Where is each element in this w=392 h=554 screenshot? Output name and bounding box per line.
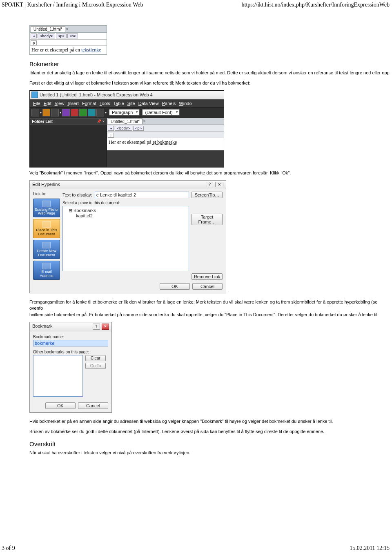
toolbar-btn[interactable]: [88, 109, 96, 116]
paragraph-dropdown[interactable]: Paragraph: [109, 109, 140, 116]
text-to-display-input[interactable]: e Lenke til kapittel 2: [95, 192, 189, 198]
menu-format[interactable]: Format: [82, 101, 96, 106]
crumb-body[interactable]: <body>: [38, 34, 55, 38]
goto-button[interactable]: Go To: [85, 363, 106, 369]
ok-button[interactable]: OK: [160, 283, 190, 290]
bookmark-name-label: Bookmark name:: [33, 335, 108, 339]
toolbar: ▾ ▾ ▾ Paragraph (Default Font): [30, 107, 224, 118]
menu-view[interactable]: View: [55, 101, 65, 106]
toolbar-btn[interactable]: [96, 109, 104, 116]
cancel-button[interactable]: Cancel: [192, 283, 223, 290]
panel-pin-icon[interactable]: 📌 ×: [97, 119, 105, 124]
timestamp: 15.02.2011 12:15: [350, 545, 390, 552]
menu-site[interactable]: Site: [127, 101, 135, 106]
para-insert-bookmark: Velg "Bookmark" i menyen "Insert". Oppgi…: [29, 170, 392, 176]
para-1: Iblant er det ønskelig å lage en lenke t…: [29, 70, 392, 76]
dialog-title: Edit Hyperlink: [32, 182, 60, 187]
menu-panels[interactable]: Panels: [162, 101, 176, 106]
toolbar-btn[interactable]: [79, 109, 87, 116]
menu-window[interactable]: Windo: [179, 101, 192, 106]
clear-button[interactable]: Clear: [85, 355, 106, 361]
editor-tab[interactable]: Untitled_1.html*: [108, 118, 143, 124]
cancel-button[interactable]: Cancel: [78, 402, 108, 409]
close-icon[interactable]: ×: [143, 119, 146, 123]
menu-tools[interactable]: Tools: [100, 101, 110, 106]
fig1-text: Her er et eksempel på en: [31, 47, 81, 53]
menu-dataview[interactable]: Data View: [138, 101, 159, 106]
tree-item[interactable]: kapittel2: [76, 213, 186, 218]
side-create-new[interactable]: Create New Document: [33, 240, 60, 259]
crumb-p[interactable]: <p>: [56, 34, 67, 38]
toolbar-btn[interactable]: [42, 109, 50, 116]
fig-edit-hyperlink-dialog: Edit Hyperlink ? ✕ Link to: Existing Fil…: [29, 180, 226, 293]
crumb-arrow[interactable]: ◂: [108, 126, 114, 131]
tree-root-bookmarks[interactable]: ⊟ Bookmarks: [69, 208, 186, 213]
menu-edit[interactable]: Edit: [44, 101, 51, 106]
folder-list-label: Folder List: [32, 119, 53, 124]
close-icon[interactable]: ✕: [102, 324, 109, 330]
bookmark-name-input[interactable]: bokmerke: [33, 340, 108, 346]
crumb-a[interactable]: <a>: [67, 34, 78, 38]
app-icon: [31, 92, 38, 98]
side-place-in-doc[interactable]: Place in This Document: [33, 219, 60, 238]
heading-bokmerker: Bokmerker: [29, 60, 392, 67]
para-bookmark-other-page: Hvis bokmerket er på en annen side angir…: [29, 418, 392, 424]
close-icon[interactable]: ✕: [215, 182, 223, 187]
ok-button[interactable]: OK: [45, 402, 76, 409]
page-indicator: 3 of 9: [2, 545, 15, 552]
toolbar-btn[interactable]: [51, 109, 59, 116]
new-doc-icon: [42, 242, 51, 248]
menu-table[interactable]: Table: [113, 101, 124, 106]
anchor-icon: [42, 221, 51, 228]
remove-link-button[interactable]: Remove Link: [192, 273, 223, 280]
app-title: Untitled 1 (Untitled_1.html) - Microsoft…: [40, 92, 153, 97]
p-indicator: p: [31, 40, 37, 45]
fig-bookmark-dialog: Bookmark ? ✕ Bookmark name: bokmerke Oth…: [29, 322, 112, 413]
fig-editor-snippet: Untitled_1.html* × ◂ <body> <p> <a> p He…: [29, 25, 107, 55]
toolbar-btn[interactable]: [62, 109, 70, 116]
select-place-label: Select a place in this document:: [62, 201, 189, 205]
heading-overskrift: Overskrift: [29, 440, 392, 447]
crumb-p[interactable]: <p>: [133, 126, 144, 131]
fig-expression-web: Untitled 1 (Untitled_1.html) - Microsoft…: [29, 90, 224, 168]
header-left: SPO/IKT | Kurshefter / Innføring i Micro…: [2, 2, 143, 8]
para-overskrift: Når vi skal ha overskrifter i teksten ve…: [29, 450, 392, 456]
side-email[interactable]: E-mail Address: [33, 261, 60, 280]
close-icon[interactable]: ×: [66, 27, 69, 31]
menu-file[interactable]: File: [33, 101, 40, 106]
toolbar-btn[interactable]: [31, 109, 39, 116]
fig2-bookmark-text: et bokmerke: [153, 139, 177, 145]
help-icon[interactable]: ?: [93, 324, 100, 330]
text-to-display-label: Text to display:: [62, 192, 92, 197]
editor-tab[interactable]: Untitled_1.html*: [31, 26, 65, 32]
menubar[interactable]: File Edit View Insert Format Tools Table…: [30, 99, 224, 107]
dialog-title: Bookmark: [32, 324, 53, 330]
font-dropdown[interactable]: (Default Font): [142, 109, 179, 116]
linkto-label: Link to:: [33, 192, 60, 196]
crumb-arrow[interactable]: ◂: [31, 34, 37, 38]
other-bookmarks-label: Other bookmarks on this page:: [33, 350, 108, 354]
menu-insert[interactable]: Insert: [67, 101, 79, 106]
toolbar-btn[interactable]: [71, 109, 78, 116]
screentip-button[interactable]: ScreenTip…: [192, 192, 223, 198]
other-bookmarks-list[interactable]: [33, 355, 83, 397]
bookmark-tree[interactable]: ⊟ Bookmarks kapittel2: [62, 206, 189, 271]
side-existing[interactable]: Existing File or Web Page: [33, 199, 60, 218]
para-bookmark-usage: Bruken av bokmerke ser du godt i dette d…: [29, 429, 392, 435]
target-frame-button[interactable]: Target Frame…: [192, 214, 223, 225]
para-2: Først er det viktig at vi lager et bokme…: [29, 80, 392, 86]
para-method-1: Fremgangsmåten for å lenke til et bokmer…: [29, 299, 392, 311]
file-icon: [42, 201, 51, 207]
crumb-body[interactable]: <body>: [115, 126, 132, 131]
help-icon[interactable]: ?: [206, 182, 213, 187]
fig2-text: Her er et eksempel på: [109, 139, 153, 145]
email-icon: [42, 263, 51, 269]
para-method-2: hvilken side bokmerket er på. Er bokmerk…: [29, 312, 392, 318]
p-indicator: p: [108, 133, 114, 138]
header-right: https://ikt.hist.no/index.php/Kurshefter…: [242, 2, 390, 8]
fig1-link[interactable]: tekstlenke: [81, 47, 101, 53]
